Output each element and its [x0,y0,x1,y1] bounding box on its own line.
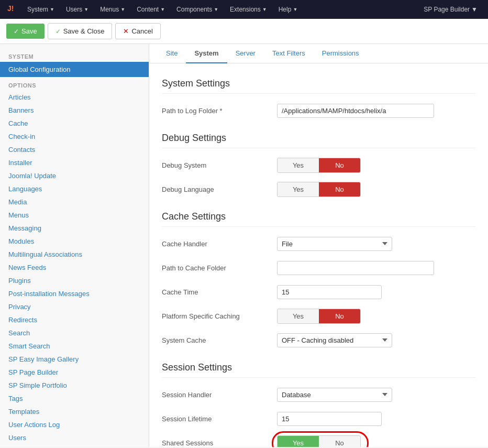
sidebar-item-search[interactable]: Search [0,326,149,340]
save-button[interactable]: ✓ Save [6,24,45,39]
sidebar-item-tags[interactable]: Tags [0,392,149,405]
cache-handler-label: Cache Handler [162,240,277,248]
main-layout: SYSTEM Global Configuration OPTIONS Arti… [0,44,488,447]
joomla-logo[interactable]: J! [5,3,17,17]
sidebar-item-menus[interactable]: Menus [0,209,149,222]
platform-caching-control: Yes No [277,309,475,324]
sidebar-item-installer[interactable]: Installer [0,156,149,169]
debug-system-no-btn[interactable]: No [319,158,360,172]
sidebar-item-multilingual[interactable]: Multilingual Associations [0,248,149,261]
sidebar-item-global-config[interactable]: Global Configuration [0,62,149,77]
sidebar-item-contacts[interactable]: Contacts [0,143,149,156]
sidebar-item-redirects[interactable]: Redirects [0,313,149,326]
shared-sessions-wrapper: Yes No [277,435,361,447]
system-cache-label: System Cache [162,336,277,344]
session-lifetime-control [277,412,475,426]
session-handler-row: Session Handler Database [162,386,475,403]
platform-caching-yes-btn[interactable]: Yes [278,309,319,323]
tab-bar: Site System Server Text Filters Permissi… [149,44,488,63]
session-settings-heading: Session Settings [162,356,475,378]
sidebar-item-templates[interactable]: Templates [0,405,149,418]
shared-sessions-label: Shared Sessions [162,439,277,447]
cache-settings-heading: Cache Settings [162,205,475,227]
nav-content[interactable]: Content ▼ [131,3,170,16]
sidebar-item-messaging[interactable]: Messaging [0,222,149,235]
session-handler-select[interactable]: Database [277,388,392,402]
chevron-down-icon: ▼ [84,7,88,12]
tab-server[interactable]: Server [227,44,264,63]
debug-settings-heading: Debug Settings [162,126,475,148]
sidebar: SYSTEM Global Configuration OPTIONS Arti… [0,44,149,447]
sidebar-item-banners[interactable]: Banners [0,104,149,117]
nav-sp-builder[interactable]: SP Page Builder ▼ [418,3,483,16]
nav-users[interactable]: Users ▼ [61,3,94,16]
path-cache-control [277,261,475,275]
check-icon: ✓ [14,28,19,35]
sidebar-item-modules[interactable]: Modules [0,235,149,248]
platform-caching-toggle: Yes No [277,309,361,324]
sidebar-item-media[interactable]: Media [0,195,149,209]
top-navigation: J! System ▼ Users ▼ Menus ▼ Content ▼ Co… [0,0,488,19]
debug-language-toggle: Yes No [277,182,361,197]
path-cache-folder-row: Path to Cache Folder [162,259,475,276]
sidebar-item-users[interactable]: Users [0,431,149,444]
sidebar-item-checkin[interactable]: Check-in [0,130,149,143]
path-log-folder-control [277,104,475,118]
debug-language-row: Debug Language Yes No [162,181,475,198]
sidebar-item-user-actions-log[interactable]: User Actions Log [0,418,149,431]
cache-handler-select[interactable]: File [277,237,392,251]
path-cache-input[interactable] [277,261,434,275]
sidebar-item-news-feeds[interactable]: News Feeds [0,261,149,274]
platform-caching-row: Platform Specific Caching Yes No [162,308,475,324]
chevron-down-icon: ▼ [120,7,125,12]
nav-system[interactable]: System ▼ [22,3,60,16]
path-log-folder-input[interactable] [277,104,434,118]
toolbar: ✓ Save ✓ Save & Close ✕ Cancel [0,19,488,44]
tab-text-filters[interactable]: Text Filters [264,44,314,63]
debug-system-control: Yes No [277,158,475,173]
shared-sessions-toggle: Yes No [277,435,361,447]
cache-handler-row: Cache Handler File [162,235,475,252]
nav-components[interactable]: Components ▼ [171,3,224,16]
sidebar-item-post-install[interactable]: Post-installation Messages [0,287,149,300]
tab-permissions[interactable]: Permissions [314,44,368,63]
sidebar-item-languages[interactable]: Languages [0,182,149,195]
check-icon: ✓ [56,28,61,35]
tab-site[interactable]: Site [158,44,186,63]
sidebar-item-smart-search[interactable]: Smart Search [0,340,149,353]
chevron-down-icon: ▼ [471,6,478,13]
nav-menus[interactable]: Menus ▼ [95,3,130,16]
debug-language-no-btn[interactable]: No [319,182,360,196]
nav-help[interactable]: Help ▼ [273,3,303,16]
platform-caching-no-btn[interactable]: No [319,309,360,323]
shared-sessions-yes-btn[interactable]: Yes [278,436,319,447]
sidebar-item-joomla-update[interactable]: Joomla! Update [0,169,149,182]
chevron-down-icon: ▼ [262,7,267,12]
shared-sessions-no-btn[interactable]: No [319,436,360,447]
save-close-button[interactable]: ✓ Save & Close [48,23,113,39]
system-cache-control: OFF - Caching disabled [277,333,475,347]
session-handler-control: Database [277,388,475,402]
sidebar-item-plugins[interactable]: Plugins [0,274,149,287]
nav-extensions[interactable]: Extensions ▼ [225,3,272,16]
sidebar-item-articles[interactable]: Articles [0,91,149,104]
sidebar-item-privacy[interactable]: Privacy [0,300,149,313]
chevron-down-icon: ▼ [293,7,297,12]
sidebar-item-sp-page-builder[interactable]: SP Page Builder [0,366,149,379]
system-cache-select[interactable]: OFF - Caching disabled [277,333,392,347]
session-handler-label: Session Handler [162,391,277,399]
system-settings-heading: System Settings [162,72,475,94]
debug-system-yes-btn[interactable]: Yes [278,158,319,172]
sidebar-item-sp-simple-portfolio[interactable]: SP Simple Portfolio [0,379,149,392]
debug-language-yes-btn[interactable]: Yes [278,182,319,196]
tab-system[interactable]: System [186,44,227,63]
platform-caching-label: Platform Specific Caching [162,312,277,320]
content-area: System Settings Path to Log Folder * Deb… [149,63,488,447]
cache-time-input[interactable] [277,285,382,299]
sidebar-item-easy-image-gallery[interactable]: SP Easy Image Gallery [0,353,149,366]
sidebar-item-cache[interactable]: Cache [0,117,149,130]
debug-system-row: Debug System Yes No [162,157,475,173]
session-lifetime-input[interactable] [277,412,382,426]
cancel-button[interactable]: ✕ Cancel [115,23,160,39]
chevron-down-icon: ▼ [50,7,54,12]
